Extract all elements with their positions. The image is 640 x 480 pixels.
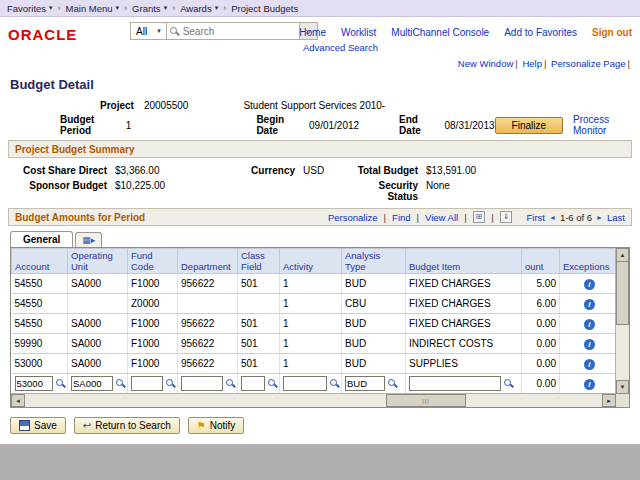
new-window-link[interactable]: New Window bbox=[458, 58, 513, 69]
department-input[interactable] bbox=[181, 376, 223, 391]
cell-class-field: 501 bbox=[238, 334, 280, 354]
show-all-columns-icon[interactable]: ▦▸ bbox=[75, 232, 102, 247]
return-to-search-button[interactable]: ↩Return to Search bbox=[74, 417, 180, 434]
column-header-activity[interactable]: Activity bbox=[280, 249, 342, 274]
scroll-left-icon[interactable]: ◄ bbox=[11, 394, 25, 407]
horizontal-scroll-thumb[interactable]: ||| bbox=[386, 394, 466, 407]
lookup-icon[interactable] bbox=[503, 378, 514, 389]
lookup-icon[interactable] bbox=[165, 378, 176, 389]
column-header-fund-code[interactable]: Fund Code bbox=[128, 249, 178, 274]
end-date-label: End Date bbox=[399, 114, 434, 136]
exception-info-icon[interactable]: i bbox=[584, 339, 595, 350]
column-header-department[interactable]: Department bbox=[178, 249, 238, 274]
lookup-icon[interactable] bbox=[329, 378, 340, 389]
cell-activity: 1 bbox=[280, 294, 342, 314]
zoom-grid-icon[interactable]: ⊞ bbox=[473, 211, 486, 223]
oracle-logo: ORACLE bbox=[8, 26, 77, 43]
previous-page-icon[interactable]: ◄ bbox=[549, 214, 556, 221]
breadcrumb-label: Awards bbox=[180, 3, 212, 14]
download-to-excel-icon[interactable]: ⇓ bbox=[500, 211, 513, 223]
total-budget-label: Total Budget bbox=[348, 165, 426, 176]
process-monitor-link[interactable]: Process Monitor bbox=[573, 114, 632, 136]
cell-analysis-type: BUD bbox=[342, 274, 406, 294]
breadcrumb-item-project-budgets[interactable]: Project Budgets bbox=[231, 3, 298, 14]
advanced-search-link[interactable]: Advanced Search bbox=[303, 42, 378, 53]
personalize-page-link[interactable]: Personalize Page bbox=[551, 58, 625, 69]
search-scope-dropdown[interactable]: All▾ bbox=[130, 22, 167, 40]
activity-input[interactable] bbox=[283, 376, 327, 391]
save-button[interactable]: Save bbox=[10, 417, 66, 434]
end-date-value: 08/31/2013 bbox=[444, 120, 494, 131]
save-icon bbox=[19, 420, 30, 431]
horizontal-scrollbar[interactable]: ◄ ||| ► bbox=[11, 393, 616, 407]
exception-info-icon[interactable]: i bbox=[584, 299, 595, 310]
budget-amounts-header: Budget Amounts for Period Personalize| F… bbox=[8, 208, 632, 226]
column-header-analysis-type[interactable]: Analysis Type bbox=[342, 249, 406, 274]
exception-info-icon[interactable]: i bbox=[584, 279, 595, 290]
add-to-favorites-link[interactable]: Add to Favorites bbox=[504, 27, 577, 38]
exception-info-icon[interactable]: i bbox=[584, 359, 595, 370]
separator: | bbox=[544, 58, 546, 69]
breadcrumb-item-awards[interactable]: Awards▾ bbox=[180, 3, 218, 14]
column-header-amount[interactable]: ount bbox=[522, 249, 560, 274]
first-link[interactable]: First bbox=[526, 212, 544, 223]
page-content: Favorites▾ › Main Menu▾ › Grants▾ › Awar… bbox=[0, 0, 640, 444]
column-header-class-field[interactable]: Class Field bbox=[238, 249, 280, 274]
help-link[interactable]: Help bbox=[522, 58, 542, 69]
lookup-icon[interactable] bbox=[115, 378, 126, 389]
lookup-icon[interactable] bbox=[55, 378, 66, 389]
column-header-exceptions[interactable]: Exceptions bbox=[560, 249, 619, 274]
sign-out-link[interactable]: Sign out bbox=[592, 27, 632, 38]
analysis-type-input[interactable] bbox=[345, 376, 385, 391]
scroll-right-icon[interactable]: ► bbox=[602, 394, 616, 407]
cell-exceptions: i bbox=[560, 334, 619, 354]
search-input[interactable] bbox=[167, 22, 299, 40]
exception-info-icon[interactable]: i bbox=[584, 319, 595, 330]
caret-down-icon: ▾ bbox=[157, 27, 161, 35]
separator: | bbox=[628, 58, 630, 69]
fund-code-input[interactable] bbox=[131, 376, 163, 391]
cell-operating-unit bbox=[68, 294, 128, 314]
worklist-link[interactable]: Worklist bbox=[341, 27, 376, 38]
budget-item-input[interactable] bbox=[409, 376, 501, 391]
operating-unit-input[interactable] bbox=[71, 376, 113, 391]
cell-budget-item: SUPPLIES bbox=[406, 354, 522, 374]
vertical-scrollbar[interactable]: ▲ ▼ bbox=[615, 248, 629, 394]
column-header-operating-unit[interactable]: Operating Unit bbox=[68, 249, 128, 274]
lookup-icon[interactable] bbox=[267, 378, 278, 389]
view-all-link[interactable]: View All bbox=[425, 212, 458, 223]
account-input[interactable] bbox=[15, 376, 53, 391]
cell-amount-edit: 0.00 bbox=[522, 374, 560, 394]
return-to-search-icon: ↩ bbox=[83, 420, 91, 431]
column-header-account[interactable]: Account bbox=[12, 249, 68, 274]
multichannel-console-link[interactable]: MultiChannel Console bbox=[391, 27, 489, 38]
vertical-scroll-thumb[interactable] bbox=[616, 261, 629, 325]
notify-button[interactable]: ⚑Notify bbox=[188, 417, 245, 434]
breadcrumb-label: Main Menu bbox=[66, 3, 113, 14]
security-status-label: Security Status bbox=[348, 180, 426, 202]
scroll-up-icon[interactable]: ▲ bbox=[616, 248, 629, 262]
exception-info-icon[interactable]: i bbox=[584, 379, 595, 390]
table-row: 54550 SA000 F1000 956622 501 1 BUD FIXED… bbox=[12, 314, 619, 334]
next-page-icon[interactable]: ► bbox=[596, 214, 603, 221]
cell-budget-item: FIXED CHARGES bbox=[406, 314, 522, 334]
personalize-link[interactable]: Personalize bbox=[328, 212, 378, 223]
class-field-input[interactable] bbox=[241, 376, 265, 391]
lookup-icon[interactable] bbox=[387, 378, 398, 389]
finalize-button[interactable]: Finalize bbox=[495, 117, 563, 134]
sponsor-budget-value: $10,225.00 bbox=[115, 180, 245, 202]
cell-fund-code: F1000 bbox=[128, 334, 178, 354]
breadcrumb-item-grants[interactable]: Grants▾ bbox=[132, 3, 167, 14]
column-header-budget-item[interactable]: Budget Item bbox=[406, 249, 522, 274]
find-link[interactable]: Find bbox=[392, 212, 410, 223]
grid-toolbar: Personalize| Find| View All| ⊞| ⇓ First … bbox=[328, 211, 625, 223]
notify-icon: ⚑ bbox=[197, 420, 206, 431]
tab-general[interactable]: General bbox=[10, 231, 73, 247]
grid-tabs: General ▦▸ bbox=[10, 231, 640, 247]
home-link[interactable]: Home bbox=[299, 27, 326, 38]
scroll-down-icon[interactable]: ▼ bbox=[616, 380, 629, 394]
last-link[interactable]: Last bbox=[607, 212, 625, 223]
lookup-icon[interactable] bbox=[225, 378, 236, 389]
breadcrumb-item-favorites[interactable]: Favorites▾ bbox=[7, 3, 53, 14]
breadcrumb-item-main-menu[interactable]: Main Menu▾ bbox=[66, 3, 120, 14]
